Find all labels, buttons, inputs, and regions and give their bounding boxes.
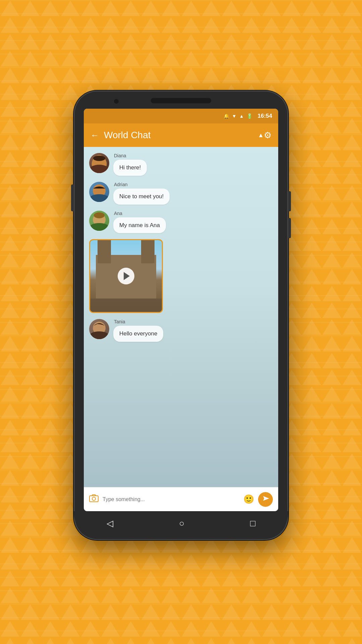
message-row-video [89,239,273,313]
phone-screen: 🔔 ▼ ▲ 🔋 16:54 ← World Chat ▲ ⚙ [84,109,278,511]
cathedral-tower-right [141,240,155,263]
front-camera [114,99,119,104]
battery-icon: 🔋 [247,113,252,119]
message-row: Ana My name is Ana [89,211,273,233]
message-content-adrian: Adrian Nice to meet you! [113,182,170,205]
message-row: Diana Hi there! [89,153,273,176]
phone-wrapper: 🔔 ▼ ▲ 🔋 16:54 ← World Chat ▲ ⚙ [74,91,288,553]
svg-point-6 [92,196,107,202]
back-button[interactable]: ← [90,130,99,141]
settings-button[interactable]: ⚙ [264,130,272,141]
svg-point-3 [92,166,107,173]
signal-icon: ▲ [239,113,244,119]
chat-title: World Chat [104,130,256,141]
send-icon [262,495,269,503]
message-content-tania: Tania Hello everyone [113,319,163,342]
status-bar: 🔔 ▼ ▲ 🔋 16:54 [84,109,278,123]
status-time: 16:54 [258,113,272,119]
video-message[interactable] [89,239,163,313]
phone-shell: 🔔 ▼ ▲ 🔋 16:54 ← World Chat ▲ ⚙ [74,91,288,540]
people-strip [90,299,162,312]
svg-point-11 [92,333,107,339]
svg-point-4 [93,156,105,161]
message-bubble-tania: Hello everyone [113,326,163,342]
nav-back-button[interactable]: ◁ [107,518,113,529]
sender-name-diana: Diana [114,153,147,158]
power-button [288,191,291,211]
message-bubble-diana: Hi there! [113,160,147,176]
message-content-diana: Diana Hi there! [113,153,147,176]
nav-recent-button[interactable]: □ [250,518,255,529]
alarm-icon: 🔔 [224,113,229,119]
message-input[interactable] [103,496,239,502]
nav-home-button[interactable]: ○ [179,518,184,529]
avatar-ana [89,211,109,231]
svg-point-8 [92,225,107,231]
sender-name-tania: Tania [114,319,163,324]
navigation-bar: ◁ ○ □ [74,511,288,535]
chat-header: ← World Chat ▲ ⚙ [84,123,278,147]
sender-name-adrian: Adrian [114,182,170,187]
message-bubble-adrian: Nice to meet you! [113,189,170,205]
avatar-diana [89,153,109,173]
svg-point-9 [94,212,105,218]
message-bubble-ana: My name is Ana [113,217,166,233]
message-row: Adrian Nice to meet you! [89,182,273,205]
camera-button[interactable] [89,494,99,504]
send-button[interactable] [258,492,273,507]
wifi-icon: ▼ [232,113,237,119]
avatar-adrian [89,182,109,202]
play-button[interactable] [118,268,134,284]
play-triangle-icon [124,272,130,280]
volume-button [288,218,291,238]
svg-point-5 [94,184,104,195]
avatar-tania [89,319,109,339]
cathedral-tower-left [98,240,111,263]
chat-area: Diana Hi there! Adrian [84,147,278,487]
message-row: Tania Hello everyone [89,319,273,342]
emoji-button[interactable]: 🙂 [243,494,254,504]
speaker-grill [151,98,211,103]
svg-point-13 [92,497,96,500]
dropdown-icon[interactable]: ▲ [258,132,264,139]
status-icons: 🔔 ▼ ▲ 🔋 16:54 [224,113,272,119]
message-content-ana: Ana My name is Ana [113,211,166,233]
input-bar: 🙂 [84,487,278,511]
svg-rect-12 [89,496,98,502]
volume-left-button [71,184,74,211]
svg-marker-14 [263,496,269,501]
sender-name-ana: Ana [114,211,166,216]
